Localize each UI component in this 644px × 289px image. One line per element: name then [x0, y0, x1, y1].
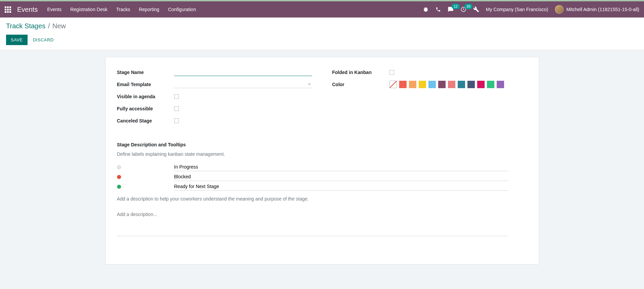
color-swatch-8[interactable]: [477, 81, 485, 88]
menu-tracks[interactable]: Tracks: [116, 7, 130, 12]
menu-reporting[interactable]: Reporting: [139, 7, 159, 12]
menu-events[interactable]: Events: [47, 7, 62, 12]
visible-in-agenda-checkbox[interactable]: [174, 94, 179, 99]
menu-registration-desk[interactable]: Registration Desk: [70, 7, 108, 12]
help-text-states: Define labels explaining kanban state ma…: [117, 151, 527, 157]
canceled-stage-checkbox[interactable]: [174, 118, 179, 123]
phone-icon[interactable]: [435, 7, 441, 12]
description-input[interactable]: [117, 210, 508, 236]
form-sheet: Stage Name Email Template Visible in age…: [105, 57, 539, 264]
user-name: Mitchell Admin (11821551-15-0-all): [566, 7, 639, 12]
save-button[interactable]: SAVE: [6, 35, 28, 45]
label-stage-name: Stage Name: [117, 70, 174, 75]
topbar: Events Events Registration Desk Tracks R…: [0, 1, 644, 17]
menu-configuration[interactable]: Configuration: [168, 7, 196, 12]
section-title-tooltips: Stage Description and Tooltips: [117, 142, 527, 147]
color-swatch-2[interactable]: [419, 81, 426, 88]
color-picker: [389, 81, 504, 88]
color-swatch-1[interactable]: [409, 81, 416, 88]
label-fully-accessible: Fully accessible: [117, 106, 174, 111]
user-menu[interactable]: Mitchell Admin (11821551-15-0-all): [555, 5, 639, 14]
label-canceled-stage: Canceled Stage: [117, 118, 174, 123]
state-row: [117, 163, 527, 171]
state-dot-grey: [117, 165, 121, 169]
app-name[interactable]: Events: [17, 6, 38, 13]
state-row: [117, 182, 527, 191]
state-label-input[interactable]: [174, 182, 508, 191]
label-email-template: Email Template: [117, 82, 174, 87]
state-label-input[interactable]: [174, 163, 508, 171]
folded-in-kanban-checkbox[interactable]: [389, 70, 394, 75]
color-swatch-9[interactable]: [487, 81, 494, 88]
color-swatch-3[interactable]: [428, 81, 436, 88]
fully-accessible-checkbox[interactable]: [174, 106, 179, 111]
messages-badge: 12: [452, 4, 460, 9]
label-visible-in-agenda: Visible in agenda: [117, 94, 174, 99]
breadcrumb-parent[interactable]: Track Stages: [6, 22, 45, 30]
breadcrumb-current: New: [52, 22, 66, 30]
tools-icon[interactable]: [473, 6, 479, 12]
color-swatch-7[interactable]: [467, 81, 475, 88]
discard-button[interactable]: DISCARD: [28, 35, 59, 45]
label-folded-in-kanban: Folded in Kanban: [332, 70, 389, 75]
breadcrumb: Track Stages / New: [6, 22, 638, 30]
activities-badge: 39: [464, 4, 472, 9]
bug-icon[interactable]: [423, 6, 429, 12]
state-label-input[interactable]: [174, 173, 508, 181]
avatar: [555, 5, 564, 14]
state-dot-green: [117, 185, 121, 189]
color-swatch-none[interactable]: [389, 81, 397, 88]
state-row: [117, 173, 527, 181]
help-text-description: Add a description to help your coworkers…: [117, 196, 527, 202]
messages-icon[interactable]: 12: [448, 6, 454, 12]
state-dot-red: [117, 175, 121, 179]
color-swatch-4[interactable]: [438, 81, 446, 88]
color-swatch-0[interactable]: [399, 81, 407, 88]
activities-icon[interactable]: 39: [460, 6, 466, 12]
label-color: Color: [332, 82, 389, 87]
apps-icon[interactable]: [5, 6, 11, 13]
control-panel: Track Stages / New SAVE DISCARD: [0, 17, 644, 50]
color-swatch-6[interactable]: [458, 81, 465, 88]
color-swatch-10[interactable]: [497, 81, 504, 88]
company-selector[interactable]: My Company (San Francisco): [486, 7, 548, 12]
email-template-select[interactable]: [174, 81, 312, 88]
stage-name-input[interactable]: [174, 69, 312, 76]
color-swatch-5[interactable]: [448, 81, 455, 88]
